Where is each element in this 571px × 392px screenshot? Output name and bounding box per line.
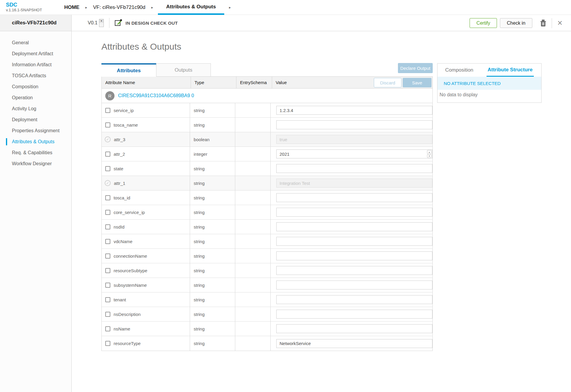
version-select[interactable]: ▾ bbox=[99, 19, 104, 27]
spinner-down-icon[interactable]: ▾ bbox=[427, 154, 432, 158]
sidebar-item-workflow-designer[interactable]: Workflow Designer bbox=[0, 158, 71, 169]
attribute-row[interactable]: nsdIdstring bbox=[102, 220, 432, 234]
attribute-checkbox[interactable] bbox=[105, 224, 110, 229]
sidebar-item-req-capabilities[interactable]: Req. & Capabilities bbox=[0, 147, 71, 158]
breadcrumb-vf[interactable]: VF: ciRes-VFb721c90d bbox=[92, 0, 147, 15]
attribute-value-input[interactable] bbox=[276, 295, 432, 304]
attribute-entryschema bbox=[235, 191, 271, 205]
attribute-checkbox[interactable] bbox=[105, 341, 110, 346]
attribute-row[interactable]: tenantstring bbox=[102, 292, 432, 307]
attribute-checkbox[interactable] bbox=[105, 108, 110, 113]
attribute-checkbox[interactable] bbox=[105, 312, 110, 317]
attribute-row[interactable]: ✓attr_1string bbox=[102, 176, 432, 191]
attribute-checkbox[interactable] bbox=[105, 166, 110, 171]
sidebar-item-deployment-artifact[interactable]: Deployment Artifact bbox=[0, 48, 71, 59]
sidebar-item-attributes-outputs[interactable]: Attributes & Outputs bbox=[0, 136, 71, 147]
spinner-up-icon[interactable]: ▴ bbox=[427, 150, 432, 154]
tab-outputs[interactable]: Outputs bbox=[156, 63, 211, 77]
sidebar-item-deployment[interactable]: Deployment bbox=[0, 114, 71, 125]
attribute-row[interactable]: tosca_idstring bbox=[102, 191, 432, 205]
attribute-value-input[interactable] bbox=[276, 222, 432, 231]
attribute-checkbox[interactable] bbox=[105, 268, 110, 273]
attribute-row[interactable]: resourceTypestring bbox=[102, 336, 432, 351]
attribute-value-input[interactable] bbox=[276, 339, 432, 348]
tab-composition[interactable]: Composition bbox=[445, 64, 473, 77]
declare-output-button[interactable]: Declare Output bbox=[398, 63, 433, 73]
sidebar-item-operation[interactable]: Operation bbox=[0, 92, 71, 103]
number-spinner[interactable]: ▴▾ bbox=[427, 150, 432, 158]
sidebar-item-composition[interactable]: Composition bbox=[0, 81, 71, 92]
delete-button[interactable] bbox=[540, 20, 546, 27]
breadcrumb-arrow-icon: ▸ bbox=[85, 5, 87, 10]
attribute-checkbox[interactable] bbox=[105, 326, 110, 331]
attribute-row[interactable]: nsDescriptionstring bbox=[102, 307, 432, 322]
attribute-value-input[interactable] bbox=[276, 149, 432, 158]
attribute-type: string bbox=[194, 224, 205, 229]
attribute-row[interactable]: resourceSubtypestring bbox=[102, 263, 432, 278]
attribute-checkbox[interactable] bbox=[105, 254, 110, 259]
attribute-type: string bbox=[194, 312, 205, 317]
tab-attribute-structure[interactable]: Attribute Structure bbox=[487, 64, 534, 77]
close-button[interactable]: ✕ bbox=[557, 19, 563, 27]
attribute-checkbox[interactable] bbox=[105, 152, 110, 157]
attribute-name: resourceType bbox=[114, 341, 141, 346]
attribute-value-input[interactable] bbox=[276, 324, 432, 333]
attribute-name: nsdId bbox=[114, 224, 125, 229]
attribute-type: string bbox=[194, 283, 205, 288]
attribute-row[interactable]: tosca_namestring bbox=[102, 118, 432, 132]
attribute-row[interactable]: service_ipstring bbox=[102, 103, 432, 118]
attribute-name: state bbox=[114, 166, 123, 171]
attribute-row[interactable]: connectionNamestring bbox=[102, 249, 432, 263]
attribute-checkbox[interactable] bbox=[105, 239, 110, 244]
checkin-button[interactable]: Check in bbox=[500, 18, 532, 28]
attribute-value-input[interactable] bbox=[276, 237, 432, 246]
discard-button[interactable]: Discard bbox=[374, 78, 401, 87]
breadcrumb-home[interactable]: HOME bbox=[63, 0, 81, 15]
tab-attributes[interactable]: Attributes bbox=[101, 63, 156, 77]
attribute-checkbox[interactable] bbox=[105, 195, 110, 200]
attribute-entryschema bbox=[235, 263, 271, 278]
attribute-value-input[interactable] bbox=[276, 208, 432, 217]
attribute-value-input[interactable] bbox=[276, 106, 432, 115]
attribute-value-input[interactable] bbox=[276, 251, 432, 260]
attribute-checkbox[interactable] bbox=[105, 122, 110, 127]
attribute-value-input[interactable] bbox=[276, 310, 432, 319]
save-button[interactable]: Save bbox=[403, 78, 432, 87]
attribute-type: boolean bbox=[194, 137, 209, 142]
attribute-row[interactable]: core_service_ipstring bbox=[102, 205, 432, 220]
attribute-type: string bbox=[194, 108, 205, 113]
trash-icon bbox=[540, 20, 546, 27]
attribute-row[interactable]: subsystemNamestring bbox=[102, 278, 432, 292]
attribute-checkbox[interactable] bbox=[105, 210, 110, 215]
certify-button[interactable]: Certify bbox=[470, 18, 497, 28]
attribute-entryschema bbox=[235, 249, 271, 263]
attribute-checkbox[interactable] bbox=[105, 283, 110, 288]
declared-check-icon: ✓ bbox=[105, 180, 111, 186]
top-nav-bar: SDC v.1.16.1-SNAPSHOT HOME ▸ VF: ciRes-V… bbox=[0, 0, 571, 15]
attribute-value-input[interactable] bbox=[276, 164, 432, 173]
attribute-value-input[interactable] bbox=[276, 120, 432, 129]
breadcrumb-attributes-outputs[interactable]: Attributes & Outputs bbox=[158, 0, 224, 15]
attribute-row[interactable]: statestring bbox=[102, 161, 432, 176]
attribute-checkbox[interactable] bbox=[105, 297, 110, 302]
attribute-value-input[interactable] bbox=[276, 266, 432, 275]
sidebar-item-properties-assignment[interactable]: Properties Assignment bbox=[0, 125, 71, 136]
sidebar-item-general[interactable]: General bbox=[0, 37, 71, 48]
instance-group-link[interactable]: CIRESC99A91C3104A6C689BA9 0 bbox=[118, 93, 194, 98]
attribute-row[interactable]: attr_2integer▴▾ bbox=[102, 147, 432, 161]
attribute-name: resourceSubtype bbox=[114, 268, 147, 273]
attribute-value-input[interactable] bbox=[276, 193, 432, 202]
sidebar-item-activity-log[interactable]: Activity Log bbox=[0, 103, 71, 114]
attribute-row[interactable]: vdcNamestring bbox=[102, 234, 432, 249]
attribute-value-input bbox=[276, 179, 432, 188]
sidebar-item-information-artifact[interactable]: Information Artifact bbox=[0, 59, 71, 70]
sidebar-item-tosca-artifacts[interactable]: TOSCA Artifacts bbox=[0, 70, 71, 81]
attribute-row[interactable]: nsNamestring bbox=[102, 322, 432, 336]
version-label: V0.1 bbox=[88, 20, 98, 26]
attribute-row[interactable]: ✓attr_3boolean bbox=[102, 132, 432, 147]
app-version: v.1.16.1-SNAPSHOT bbox=[6, 8, 42, 12]
attribute-type: string bbox=[194, 341, 205, 346]
attribute-entryschema bbox=[235, 161, 271, 176]
attribute-value-input[interactable] bbox=[276, 281, 432, 289]
tabs-row: Attributes Outputs bbox=[101, 63, 211, 77]
